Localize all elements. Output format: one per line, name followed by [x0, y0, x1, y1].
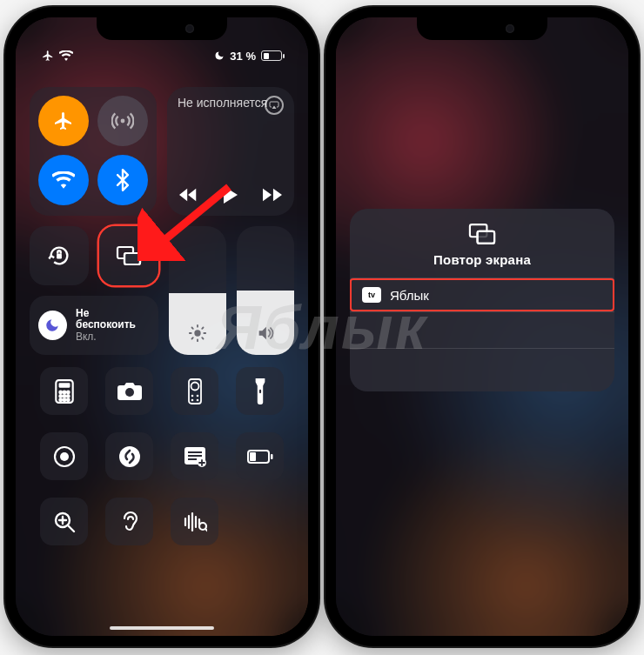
screen-right: Повтор экрана tv Яблык	[336, 17, 628, 636]
svg-point-12	[63, 394, 65, 397]
screen-mirroring-icon	[467, 223, 497, 245]
svg-rect-3	[124, 253, 140, 264]
svg-point-17	[125, 388, 134, 397]
rotation-lock-button[interactable]	[30, 226, 89, 285]
next-track-button[interactable]	[263, 188, 282, 202]
svg-point-26	[60, 452, 69, 461]
airplane-mode-toggle[interactable]	[38, 96, 89, 146]
volume-slider[interactable]	[237, 226, 294, 355]
svg-point-22	[191, 398, 193, 401]
svg-point-9	[63, 391, 65, 393]
apple-tv-remote-button[interactable]	[171, 367, 218, 415]
airplay-indicator-icon	[265, 96, 284, 115]
svg-point-11	[59, 394, 62, 397]
svg-point-14	[59, 398, 62, 401]
svg-point-19	[191, 382, 198, 390]
hearing-button[interactable]	[105, 498, 153, 545]
svg-point-15	[63, 398, 65, 401]
brightness-icon	[188, 324, 207, 343]
brightness-slider[interactable]	[169, 226, 226, 355]
svg-point-8	[59, 391, 62, 393]
svg-point-27	[119, 446, 140, 467]
notch	[417, 17, 547, 40]
screen-left: 31 %	[16, 17, 308, 636]
svg-point-10	[66, 391, 69, 393]
screen-record-button[interactable]	[40, 432, 88, 480]
dnd-status-icon	[214, 50, 225, 61]
play-button[interactable]	[223, 186, 238, 204]
svg-point-20	[191, 394, 193, 397]
volume-icon	[256, 324, 275, 343]
screen-mirroring-panel: Повтор экрана tv Яблык	[350, 209, 614, 391]
svg-rect-31	[271, 454, 273, 459]
svg-point-5	[194, 330, 200, 336]
svg-point-0	[121, 119, 125, 124]
camera-button[interactable]	[105, 367, 153, 415]
battery-percent: 31 %	[230, 50, 256, 63]
svg-point-13	[66, 394, 69, 397]
svg-point-23	[196, 398, 198, 401]
calculator-button[interactable]	[40, 367, 88, 415]
svg-rect-36	[478, 231, 495, 244]
cellular-data-toggle[interactable]	[97, 96, 148, 146]
magnifier-button[interactable]	[40, 498, 88, 545]
appletv-device-icon: tv	[362, 287, 381, 303]
iphone-frame-right: Повтор экрана tv Яблык	[325, 7, 639, 646]
iphone-frame-left: 31 %	[5, 7, 319, 646]
now-playing-tile[interactable]: Не исполняется	[167, 87, 294, 216]
svg-rect-7	[58, 383, 70, 387]
quick-note-button[interactable]	[171, 432, 218, 480]
screen-mirroring-button[interactable]	[99, 226, 158, 285]
bluetooth-toggle[interactable]	[97, 155, 148, 205]
wifi-toggle[interactable]	[38, 155, 89, 205]
mirror-device-row[interactable]: tv Яблык	[350, 277, 614, 311]
flashlight-button[interactable]	[236, 367, 284, 415]
wifi-status-icon	[59, 50, 73, 61]
do-not-disturb-button[interactable]: Не беспокоить Вкл.	[30, 296, 158, 355]
mirror-empty-row-2	[350, 348, 614, 384]
home-indicator[interactable]	[110, 626, 214, 630]
dnd-label: Не беспокоить	[76, 308, 150, 331]
svg-rect-1	[57, 254, 62, 259]
mirror-device-name: Яблык	[390, 288, 429, 303]
low-power-button[interactable]	[236, 432, 284, 480]
connectivity-tile[interactable]	[30, 87, 157, 216]
dnd-state: Вкл.	[76, 331, 150, 343]
screen-mirroring-title: Повтор экрана	[433, 252, 531, 267]
airplane-status-icon	[42, 50, 54, 62]
svg-rect-32	[250, 452, 256, 461]
battery-icon	[261, 50, 282, 61]
shazam-button[interactable]	[105, 432, 153, 480]
sound-recognition-button[interactable]	[171, 498, 218, 545]
svg-point-16	[66, 398, 69, 401]
mirror-empty-row-1	[350, 311, 614, 348]
svg-rect-24	[258, 389, 260, 392]
notch	[97, 17, 227, 40]
moon-icon	[38, 311, 67, 340]
status-bar: 31 %	[30, 47, 294, 64]
previous-track-button[interactable]	[179, 188, 198, 202]
svg-point-21	[196, 394, 198, 397]
